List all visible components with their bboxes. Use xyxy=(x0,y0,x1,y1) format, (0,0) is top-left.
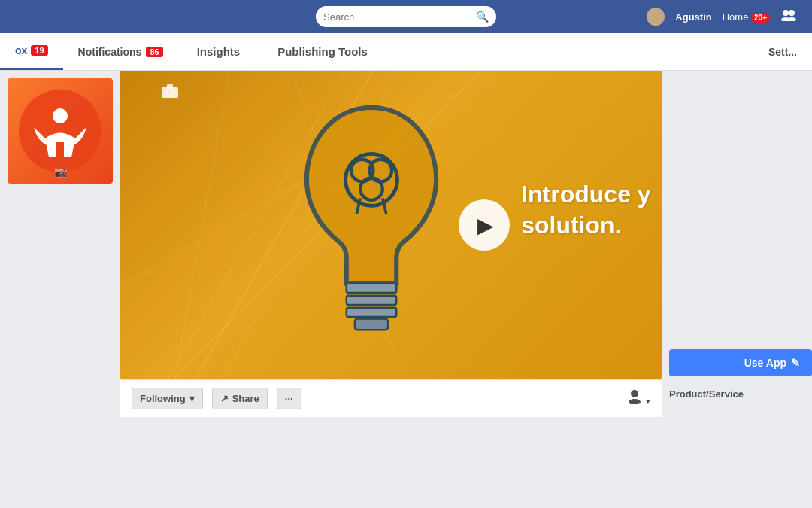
svg-point-7 xyxy=(53,108,68,123)
svg-rect-19 xyxy=(347,308,396,317)
cover-photo: ▶ Introduce y solution. xyxy=(120,71,662,379)
svg-point-2 xyxy=(783,10,789,16)
share-button[interactable]: ↗ Share xyxy=(212,388,268,409)
svg-point-21 xyxy=(631,390,638,397)
product-service-label: Product/Service xyxy=(669,388,812,400)
svg-rect-10 xyxy=(167,84,173,88)
search-input[interactable] xyxy=(323,11,476,23)
search-icon: 🔍 xyxy=(476,11,489,23)
page-logo-svg xyxy=(15,86,105,176)
tab-inbox[interactable]: ox 19 xyxy=(0,33,63,70)
cover-camera-icon[interactable] xyxy=(162,84,178,102)
top-nav-bar: 🔍 Agustin Home 20+ xyxy=(0,0,812,33)
svg-point-1 xyxy=(649,20,662,26)
tab-settings[interactable]: Sett... xyxy=(753,33,812,70)
svg-point-3 xyxy=(789,10,795,16)
nav-right-section: Agustin Home 20+ xyxy=(647,8,797,26)
share-icon: ↗ xyxy=(220,393,229,404)
avatar-camera-icon[interactable]: 📷 xyxy=(54,166,67,178)
main-content: 📷 xyxy=(0,71,812,508)
person-icon[interactable]: ▾ xyxy=(627,389,650,408)
nav-username[interactable]: Agustin xyxy=(675,11,711,23)
center-panel: ▶ Introduce y solution. Following ▾ ↗ Sh… xyxy=(120,71,662,508)
more-button[interactable]: ··· xyxy=(277,388,301,409)
page-tabs-left: ox 19 Notifications 86 Insights Publishi… xyxy=(0,33,386,70)
left-sidebar: 📷 xyxy=(0,71,120,508)
search-bar[interactable]: 🔍 xyxy=(316,6,496,27)
edit-icon: ✎ xyxy=(791,357,800,369)
svg-point-22 xyxy=(629,399,641,404)
following-button[interactable]: Following ▾ xyxy=(132,388,203,409)
cover-intro-text: Introduce y solution. xyxy=(521,179,650,242)
svg-point-0 xyxy=(652,11,659,18)
svg-rect-18 xyxy=(347,296,396,305)
page-avatar-card: 📷 xyxy=(8,78,113,184)
tab-publishing-tools[interactable]: Publishing Tools xyxy=(259,33,386,70)
avatar[interactable] xyxy=(647,8,665,26)
home-badge: 20+ xyxy=(751,13,770,23)
use-app-button[interactable]: Use App ✎ xyxy=(669,349,812,376)
inbox-badge: 19 xyxy=(31,45,47,56)
notifications-badge: 86 xyxy=(146,47,162,57)
lightbulb-illustration xyxy=(274,99,469,342)
tab-insights[interactable]: Insights xyxy=(178,33,259,70)
nav-home-link[interactable]: Home 20+ xyxy=(723,11,770,23)
svg-rect-20 xyxy=(355,318,388,330)
tab-notifications[interactable]: Notifications 86 xyxy=(63,33,178,70)
friends-icon[interactable] xyxy=(780,9,797,25)
svg-rect-17 xyxy=(347,284,396,293)
svg-rect-8 xyxy=(162,87,178,98)
svg-point-6 xyxy=(19,90,102,172)
page-tabs-bar: ox 19 Notifications 86 Insights Publishi… xyxy=(0,33,812,71)
right-panel: Use App ✎ Product/Service xyxy=(662,71,812,508)
play-icon: ▶ xyxy=(477,213,494,238)
action-bar: Following ▾ ↗ Share ··· ▾ xyxy=(120,379,662,417)
play-button[interactable]: ▶ xyxy=(459,199,510,251)
chevron-down-icon: ▾ xyxy=(189,393,195,404)
